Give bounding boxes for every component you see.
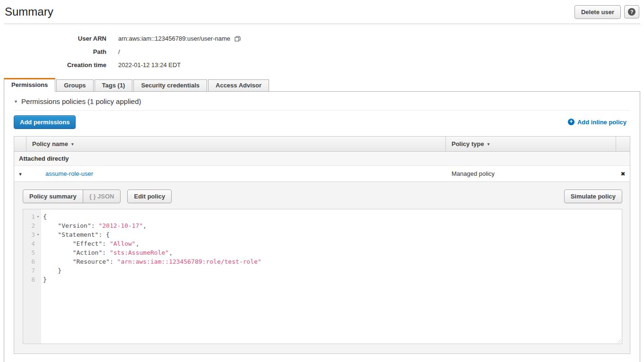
policy-name-column-header[interactable]: Policy name ▾ [26,137,446,151]
editor-gutter: 1▾23▾45678 [23,209,41,344]
field-value: arn:aws:iam::123456789:user/user-name [118,35,241,42]
field-value-text: arn:aws:iam::123456789:user/user-name [118,35,230,42]
sort-caret-icon: ▾ [487,142,490,147]
page: Summary Delete user ? User ARNarn:aws:ia… [0,0,644,362]
line-number: 4 [26,239,35,248]
code-segment-plain [43,249,73,256]
code-line: "Statement": { [43,230,622,239]
gutter-line: 6 [23,257,41,266]
policy-name-link[interactable]: assume-role-user [45,170,93,177]
fold-toggle-icon[interactable]: ▾ [35,233,41,237]
simulate-policy-button[interactable]: Simulate policy [564,190,622,203]
sort-caret-icon: ▾ [71,142,74,147]
line-number: 6 [26,257,35,266]
tab-groups[interactable]: Groups [56,79,93,92]
code-segment-plain: } [43,276,47,283]
code-segment-key: "Resource" [73,258,110,265]
policy-detail-panel: Policy summary { } JSON Edit policy Simu… [14,182,630,353]
code-segment-plain: , [169,249,173,256]
field-label: User ARN [4,35,118,42]
code-segment-plain: : [110,258,117,265]
code-segment-key: "Version" [58,222,91,229]
code-line: "Effect": "Allow", [43,239,622,248]
code-segment-plain [43,258,73,265]
permissions-tab-panel: ▾ Permissions policies (1 policy applied… [4,91,640,362]
resize-handle-icon[interactable] [615,337,621,343]
summary-fields: User ARNarn:aws:iam::123456789:user/user… [4,24,640,75]
add-permissions-button[interactable]: Add permissions [14,115,76,129]
editor-code[interactable]: { "Version": "2012-10-17", "Statement": … [41,209,622,344]
policy-summary-button[interactable]: Policy summary [23,190,83,203]
line-number: 2 [26,221,35,230]
code-segment-plain: : { [98,231,109,238]
policy-row-expander[interactable]: ▾ [14,170,26,177]
fold-toggle-icon[interactable]: ▾ [35,215,41,219]
field-row-creation-time: Creation time2022-01-12 13:24 EDT [4,58,640,71]
header-actions: Delete user ? [574,5,639,19]
code-segment-plain [43,222,58,229]
policy-type-cell: Managed policy [446,170,616,177]
tab-tags-1[interactable]: Tags (1) [95,79,133,92]
code-line: { [43,212,622,221]
field-row-user-arn: User ARNarn:aws:iam::123456789:user/user… [4,32,640,45]
plus-icon: + [568,119,574,125]
field-value: / [118,48,120,55]
code-segment-key: "Effect" [73,240,103,247]
page-title: Summary [5,5,53,18]
code-segment-plain: : [102,249,110,256]
code-segment-key: "Action" [73,249,103,256]
edit-policy-button[interactable]: Edit policy [127,190,172,203]
policy-name-header-label: Policy name [32,140,68,147]
gutter-line: 4 [23,239,41,248]
json-editor[interactable]: 1▾23▾45678 { "Version": "2012-10-17", "S… [23,209,622,344]
code-segment-plain [43,231,58,238]
tab-permissions[interactable]: Permissions [4,78,55,92]
code-segment-plain: , [143,222,147,229]
code-line: "Action": "sts:AssumeRole", [43,248,622,257]
permissions-policies-section-header[interactable]: ▾ Permissions policies (1 policy applied… [14,92,630,111]
code-segment-plain [43,240,73,247]
code-segment-plain: { [43,213,47,220]
code-segment-plain: : [91,222,99,229]
permissions-policies-heading: Permissions policies (1 policy applied) [21,97,141,105]
line-number: 1 [26,212,35,221]
json-view-button[interactable]: { } JSON [83,190,121,203]
field-value-text: / [118,48,120,55]
code-line: "Version": "2012-10-17", [43,221,622,230]
policy-detail-toolbar: Policy summary { } JSON Edit policy Simu… [23,190,622,203]
tab-security-credentials[interactable]: Security credentials [133,79,207,92]
delete-user-button[interactable]: Delete user [574,5,621,19]
policy-type-column-header[interactable]: Policy type ▾ [446,137,616,151]
field-label: Creation time [4,61,118,69]
detach-policy-button[interactable]: ✖ [616,170,630,177]
gutter-line: 2 [23,221,41,230]
code-line: } [43,275,622,284]
code-segment-key: "Statement" [58,231,98,238]
close-icon: ✖ [620,171,625,177]
chevron-down-icon: ▾ [15,99,17,104]
add-inline-policy-link[interactable]: + Add inline policy [568,119,627,126]
field-label: Path [4,48,118,55]
line-number: 3 [26,230,35,239]
expander-column-header [14,137,26,151]
field-value-text: 2022-01-12 13:24 EDT [118,61,181,69]
tab-bar: PermissionsGroupsTags (1)Security creden… [4,78,640,92]
policy-actions-row: Add permissions + Add inline policy [14,115,630,129]
code-segment-string: "arn:aws:iam::123456789:role/test-role" [117,258,261,265]
gutter-line: 3▾ [23,230,41,239]
gutter-line: 7 [23,266,41,275]
tab-access-advisor[interactable]: Access Advisor [208,79,269,92]
help-icon: ? [628,8,635,16]
line-number: 7 [26,266,35,275]
code-segment-plain: } [43,267,61,274]
gutter-line: 1▾ [23,212,41,221]
code-line: "Resource": "arn:aws:iam::123456789:role… [43,257,622,266]
field-row-path: Path/ [4,45,640,58]
help-button[interactable]: ? [624,5,639,18]
copy-icon[interactable] [234,35,241,42]
page-header: Summary Delete user ? [4,0,640,24]
code-line: } [43,266,622,275]
policy-table: Policy name ▾ Policy type ▾ Attached dir… [14,136,630,354]
code-segment-string: "Allow" [110,240,136,247]
field-value: 2022-01-12 13:24 EDT [118,61,181,69]
